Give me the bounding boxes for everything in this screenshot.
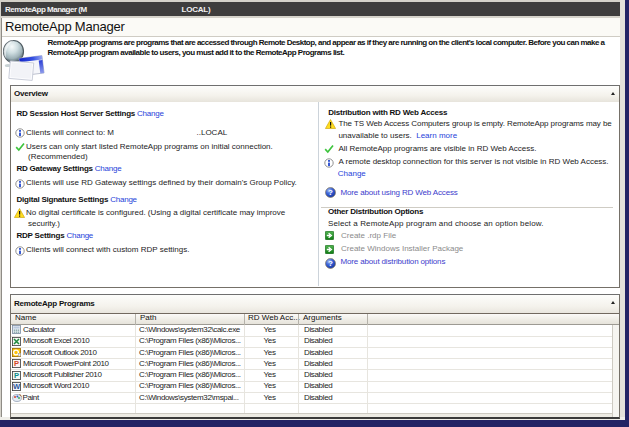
svg-text:P: P [14, 371, 19, 380]
svg-text:W: W [13, 382, 21, 391]
svg-text:?: ? [328, 188, 333, 197]
svg-text:P: P [14, 360, 19, 369]
svg-text:?: ? [328, 259, 333, 268]
